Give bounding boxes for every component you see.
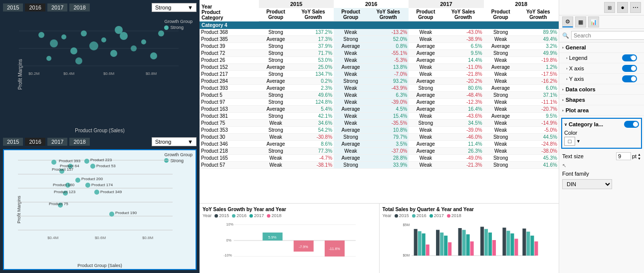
category-label-toggle-row[interactable]: ∨ Category la... [564,121,603,127]
svg-text:-7.9%: -7.9% [299,245,308,249]
bottom-year-tab-2015[interactable]: 2015 [3,138,23,146]
svg-rect-84 [436,230,439,256]
color-swatch[interactable]: □ [564,137,575,146]
shapes-label: Shapes [566,97,585,103]
table-cell: 26.3% [442,148,483,155]
year-tab-2015[interactable]: 2015 [3,3,23,11]
table-cell: -43.6% [442,113,483,120]
table-cell: Strong [259,50,293,57]
year-tab-2016[interactable]: 2016 [25,3,45,11]
table-cell: Average [409,43,442,50]
bottom-scatter-svg: 40% 38% 36% 34% 32% 30% $0.4M $0.6M $0.8… [18,155,191,264]
table-cell: Weak [409,71,442,78]
tool-icon-1[interactable]: ⊞ [604,2,615,13]
table-cell: -13.2% [368,29,409,36]
format-icon[interactable]: ⚙ [562,16,573,27]
yaxis-section-label: Y axis [569,76,584,82]
yaxis-toggle-row[interactable]: › Y axis [566,76,584,82]
table-cell: -24.8% [518,141,559,148]
category-label-cell: Category 4 [200,21,559,29]
dot-2018 [267,214,270,218]
total-bar-chart: $5M $0M [383,220,556,260]
analytics-icon[interactable]: 📊 [588,16,599,27]
table-cell: Average [259,106,293,113]
section-data-colors[interactable]: › Data colors [559,84,644,95]
table-cell: Average [409,78,442,85]
table-cell: Average [409,141,442,148]
table-cell: Weak [484,99,518,106]
stepper-up[interactable]: ▲ [638,153,641,156]
svg-rect-100 [522,229,526,256]
chevron-xaxis: › [566,66,568,71]
text-size-input[interactable] [616,152,631,160]
yaxis-toggle[interactable] [622,75,637,82]
tool-row: ⚙ ▦ 📊 [559,15,644,29]
table-cell: 3.5% [368,141,409,148]
xaxis-toggle[interactable] [622,65,637,72]
tool-icon-3[interactable]: ⋯ [630,2,641,13]
table-cell: Product 385 [200,36,259,43]
top-x-label: Product Group (Sales) [75,128,125,133]
data-table: YearProductCategory 2015 2016 2017 2018 … [200,0,559,169]
section-plot-area[interactable]: › Plot area [559,105,644,116]
year-tab-2018[interactable]: 2018 [69,3,89,11]
xaxis-toggle-row[interactable]: › X axis [566,65,584,71]
table-cell: Product 57 [200,162,259,169]
tool-icon-2[interactable]: ● [617,2,628,13]
table-cell: 34.6% [293,120,334,127]
table-cell: 37.9% [293,43,334,50]
bottom-year-tab-2018[interactable]: 2018 [69,138,89,146]
svg-point-10 [38,32,44,38]
table-cell: 52.0% [368,36,409,43]
table-cell: Weak [409,29,442,36]
bottom-year-tab-2016[interactable]: 2016 [25,138,45,146]
svg-text:-11.6%: -11.6% [329,247,340,251]
growth-group-dropdown-top[interactable]: Strong ▼ [152,3,197,12]
table-cell: 137.2% [293,29,334,36]
svg-text:-10%: -10% [223,254,232,258]
yoy-bar-chart: 10% 0% -10% 5.9% -7.9% -11.6% [203,220,376,260]
svg-text:Product 349: Product 349 [100,190,122,194]
table-cell: Weak [334,71,368,78]
table-cell: Strong [334,134,368,141]
table-row: Product 30Weak-30.8%Strong79.7%Weak-46.0… [200,134,559,141]
table-cell: -43.9% [368,85,409,92]
svg-text:$0M: $0M [403,254,410,258]
table-cell: Weak [409,113,442,120]
svg-rect-83 [426,245,429,256]
table-cell: -30.8% [293,134,334,141]
search-icon: 🔍 [562,32,569,39]
table-cell: 6.0% [518,85,559,92]
category-row: Category 4 [200,21,559,29]
svg-rect-98 [510,234,514,256]
legend-toggle-row[interactable]: › Legend [566,55,587,61]
color-dropdown-arrow[interactable]: ▼ [576,139,581,144]
font-family-select[interactable]: DIN [562,179,612,189]
svg-text:Product 123: Product 123 [54,190,76,194]
search-input[interactable] [571,31,644,40]
svg-text:Product 200: Product 200 [81,177,103,181]
table-cell: 14.4% [442,57,483,64]
total-dot-2015 [395,214,398,218]
growth-group-dropdown-bottom[interactable]: Strong ▼ [152,137,197,146]
category-label-toggle[interactable] [624,121,639,128]
svg-point-47 [90,164,95,169]
legend-toggle[interactable]: On [622,54,637,61]
table-cell: Strong [484,155,518,162]
table-cell: Weak [334,50,368,57]
section-shapes[interactable]: › Shapes [559,95,644,105]
filter-icon[interactable]: ▦ [575,16,586,27]
table-cell: Average [334,43,368,50]
stepper-down[interactable]: ▼ [638,157,641,160]
dropdown-label: Strong [155,4,171,10]
dot-2015 [215,214,218,218]
year-tab-2017[interactable]: 2017 [47,3,67,11]
chevron-general: › [562,45,564,50]
bottom-year-tab-2017[interactable]: 2017 [47,138,67,146]
section-general[interactable]: › General [559,42,644,53]
table-cell: -43.0% [442,29,483,36]
th-yoy-4: YoY SalesGrowth [518,8,559,21]
dropdown-bottom-label: Strong [155,139,171,145]
general-label: General [566,44,586,50]
svg-point-59 [94,190,99,195]
